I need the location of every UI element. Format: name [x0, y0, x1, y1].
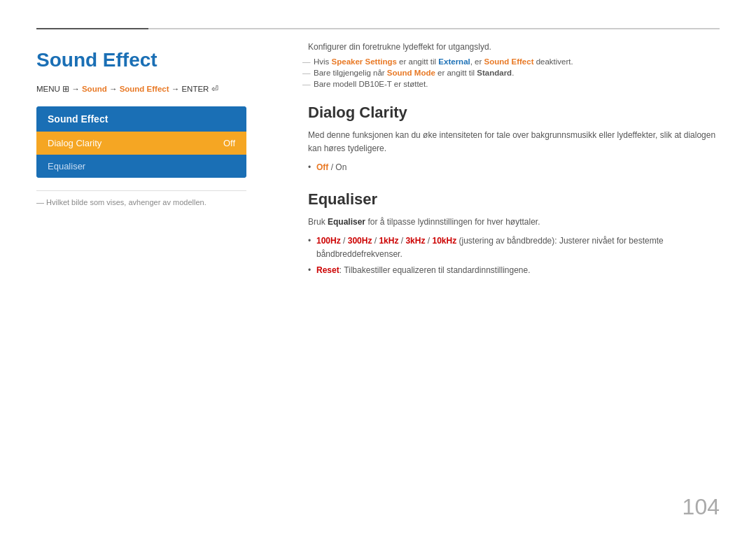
- breadcrumb-text: MENU ⊞ → Sound → Sound Effect → ENTER ⏎: [36, 85, 218, 93]
- page-title: Sound Effect: [36, 49, 274, 71]
- dialog-clarity-section-title: Dialog Clarity: [308, 104, 720, 122]
- right-panel: Konfigurer din foretrukne lydeffekt for …: [308, 42, 720, 280]
- equaliser-bullet-frequencies: 100Hz / 300Hz / 1kHz / 3kHz / 10kHz (jus…: [308, 234, 720, 261]
- dialog-clarity-value: Off: [223, 138, 235, 148]
- dialog-clarity-bullet: Off / On: [308, 161, 720, 174]
- dialog-clarity-body: Med denne funksjonen kan du øke intensit…: [308, 129, 720, 155]
- note-speaker-settings: Hvis Speaker Settings er angitt til Exte…: [308, 57, 720, 66]
- intro-text: Konfigurer din foretrukne lydeffekt for …: [308, 42, 720, 52]
- menu-item-equaliser[interactable]: Equaliser: [36, 155, 246, 178]
- top-divider: [36, 28, 720, 29]
- menu-box: Sound Effect Dialog Clarity Off Equalise…: [36, 106, 246, 178]
- dialog-clarity-label: Dialog Clarity: [48, 138, 102, 148]
- equaliser-section-title: Equaliser: [308, 190, 720, 209]
- breadcrumb: MENU ⊞ → Sound → Sound Effect → ENTER ⏎: [36, 84, 274, 94]
- menu-item-dialog-clarity[interactable]: Dialog Clarity Off: [36, 132, 246, 155]
- footnote: — Hvilket bilde som vises, avhenger av m…: [36, 190, 246, 206]
- equaliser-label: Equaliser: [48, 161, 85, 171]
- page-number: 104: [682, 494, 720, 520]
- equaliser-body: Bruk Equaliser for å tilpasse lydinnstil…: [308, 216, 720, 229]
- note-sound-mode: Bare tilgjengelig når Sound Mode er angi…: [308, 69, 720, 77]
- equaliser-bullet-reset: Reset: Tilbakestiller equalizeren til st…: [308, 264, 720, 277]
- menu-box-title: Sound Effect: [36, 106, 246, 132]
- left-panel: Sound Effect MENU ⊞ → Sound → Sound Effe…: [36, 42, 274, 206]
- note-model: Bare modell DB10E-T er støttet.: [308, 80, 720, 88]
